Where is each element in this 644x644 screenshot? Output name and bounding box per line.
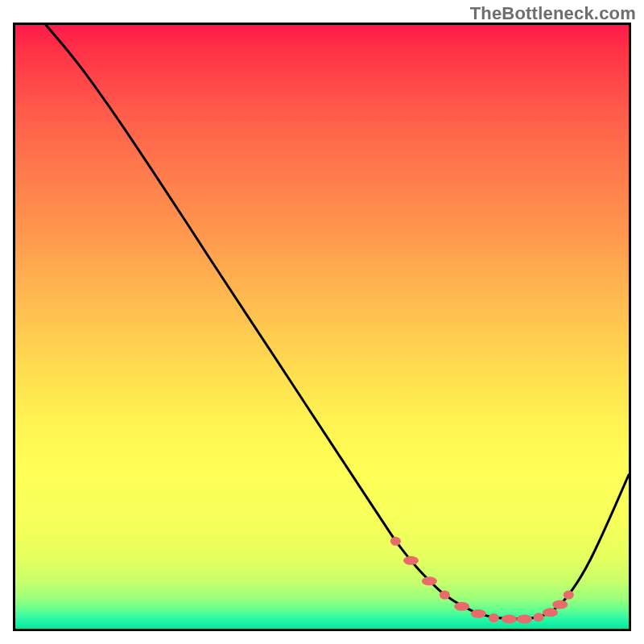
highlight-dot: [471, 609, 486, 618]
highlight-dot: [502, 615, 517, 624]
highlight-dots-group: [390, 537, 574, 624]
highlight-dot: [517, 615, 532, 624]
highlight-dot: [489, 613, 499, 622]
curve-line: [46, 25, 629, 619]
highlight-dot: [552, 601, 568, 609]
highlight-dot: [543, 608, 558, 617]
highlight-dot: [564, 591, 574, 600]
plot-area: [13, 23, 631, 631]
highlight-dot: [390, 537, 401, 546]
highlight-dot: [534, 613, 544, 621]
highlight-dot: [403, 556, 419, 565]
highlight-dot: [454, 602, 469, 611]
highlight-dot: [422, 576, 437, 585]
highlight-dot: [440, 591, 450, 600]
chart-container: TheBottleneck.com: [0, 0, 644, 644]
chart-svg: [15, 25, 629, 629]
watermark-text: TheBottleneck.com: [470, 3, 636, 24]
